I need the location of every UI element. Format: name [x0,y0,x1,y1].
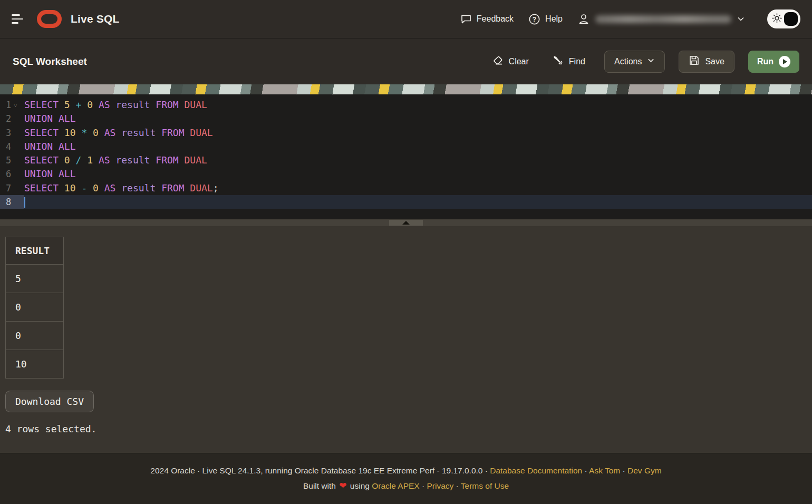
run-label: Run [757,57,774,66]
footer-link[interactable]: Oracle APEX [372,481,419,490]
footer-text: · [453,481,461,490]
line-number: 8 [0,195,24,209]
footer-line-2: Built with ❤ using Oracle APEX · Privacy… [303,480,509,491]
table-row[interactable]: 0 [6,322,64,350]
result-cell: 5 [6,265,64,293]
results-body: 50010 [6,265,64,379]
code-line[interactable]: 4UNION ALL [0,140,812,153]
collapse-up-icon [402,221,410,225]
save-label: Save [705,57,724,66]
speech-bubble-icon [460,13,472,25]
line-number: 1˅ [0,98,24,112]
worksheet-toolbar: SQL Worksheet Clear Find [0,38,812,84]
app-title: Live SQL [71,13,120,25]
app-header: Live SQL Feedback ? Help [0,0,812,38]
table-row[interactable]: 10 [6,350,64,379]
save-button[interactable]: Save [679,51,734,73]
footer-link[interactable]: Dev Gym [627,466,662,475]
feedback-label: Feedback [477,14,514,24]
splitter-drag-handle[interactable] [389,220,423,226]
panel-splitter [0,219,812,226]
code-text: SELECT 5 + 0 AS result FROM DUAL [24,98,812,112]
help-button[interactable]: ? Help [528,13,563,25]
run-button[interactable]: Run [748,51,799,73]
user-menu[interactable] [577,13,745,25]
code-text [24,195,812,209]
code-line[interactable]: 7SELECT 10 - 0 AS result FROM DUAL; [0,181,812,195]
floppy-disk-icon [689,55,700,68]
eraser-icon [492,55,504,69]
heart-icon: ❤ [339,481,346,491]
footer-link[interactable]: Ask Tom [589,466,620,475]
wand-icon [552,54,564,69]
code-text: SELECT 10 - 0 AS result FROM DUAL; [24,181,812,195]
oracle-logo-icon [37,10,62,28]
code-text: SELECT 10 * 0 AS result FROM DUAL [24,126,812,140]
question-circle-icon: ? [528,13,540,25]
results-panel: RESULT 50010 Download CSV 4 rows selecte… [0,226,812,453]
footer-text: · [582,466,589,475]
code-line[interactable]: 6UNION ALL [0,167,812,181]
footer-text: Built with [303,481,338,490]
sun-icon [772,13,782,25]
download-csv-button[interactable]: Download CSV [5,391,94,412]
clear-button[interactable]: Clear [487,51,534,73]
header-right: Feedback ? Help [460,9,800,28]
user-icon [577,13,590,25]
footer-text: · [420,481,427,490]
line-number: 4 [0,140,24,153]
actions-dropdown-button[interactable]: Actions [604,51,665,73]
svg-text:?: ? [533,16,536,23]
code-line[interactable]: 3SELECT 10 * 0 AS result FROM DUAL [0,126,812,140]
footer-link[interactable]: Database Documentation [490,466,582,475]
result-cell: 10 [6,350,64,379]
line-number: 6 [0,167,24,181]
decorative-banner [0,84,812,94]
help-label: Help [545,14,563,24]
line-number: 3 [0,126,24,140]
app-footer: 2024 Oracle · Live SQL 24.1.3, running O… [0,453,812,504]
code-text: UNION ALL [24,167,812,181]
line-number: 2 [0,112,24,125]
result-cell: 0 [6,322,64,350]
code-line[interactable]: 2UNION ALL [0,112,812,125]
user-email-redacted [595,15,731,23]
code-line[interactable]: 8 [0,195,812,209]
actions-label: Actions [614,57,642,66]
footer-line-1: 2024 Oracle · Live SQL 24.1.3, running O… [150,466,661,476]
footer-text: · [620,466,627,475]
play-icon [779,56,790,67]
sql-code-editor[interactable]: 1˅SELECT 5 + 0 AS result FROM DUAL2UNION… [0,94,812,219]
theme-toggle[interactable] [767,9,800,28]
results-header-row: RESULT [6,237,64,265]
line-number: 5 [0,153,24,167]
clear-label: Clear [509,57,529,66]
result-cell: 0 [6,293,64,322]
chevron-down-icon [647,56,655,66]
code-text: UNION ALL [24,112,812,125]
code-text: SELECT 0 / 1 AS result FROM DUAL [24,153,812,167]
toolbar-actions: Clear Find Actions [487,50,799,73]
code-line[interactable]: 1˅SELECT 5 + 0 AS result FROM DUAL [0,98,812,112]
fold-chevron-icon[interactable]: ˅ [14,99,17,113]
code-lines: 1˅SELECT 5 + 0 AS result FROM DUAL2UNION… [0,98,812,209]
results-table: RESULT 50010 [5,237,64,379]
text-cursor [24,197,25,208]
footer-text: using [348,481,372,490]
find-button[interactable]: Find [547,50,591,73]
table-row[interactable]: 0 [6,293,64,322]
footer-link[interactable]: Terms of Use [461,481,509,490]
feedback-button[interactable]: Feedback [460,13,514,25]
table-row[interactable]: 5 [6,265,64,293]
line-number: 7 [0,181,24,195]
code-line[interactable]: 5SELECT 0 / 1 AS result FROM DUAL [0,153,812,167]
find-label: Find [569,57,585,66]
footer-link[interactable]: Privacy [427,481,453,490]
footer-text: 2024 Oracle · Live SQL 24.1.3, running O… [150,466,490,475]
page-title: SQL Worksheet [13,56,87,67]
rows-selected-status: 4 rows selected. [5,423,812,434]
chevron-down-icon [737,15,745,23]
results-column-header: RESULT [6,237,64,265]
menu-icon[interactable] [12,14,24,24]
theme-toggle-knob[interactable] [784,12,798,26]
